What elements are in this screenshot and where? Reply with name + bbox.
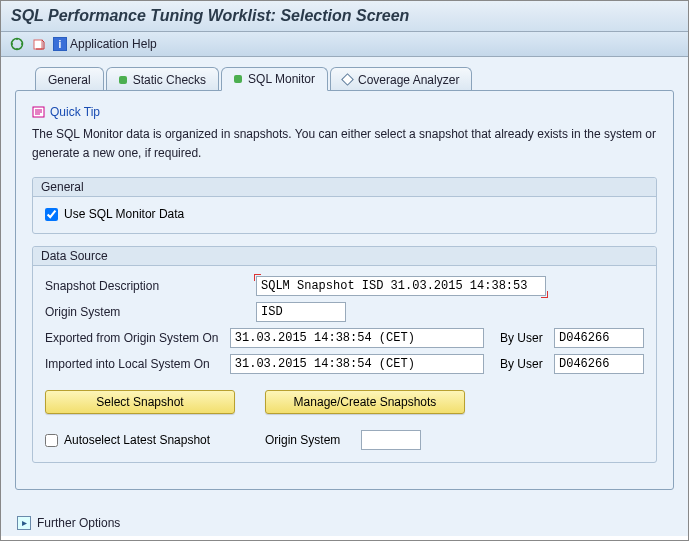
select-snapshot-button[interactable]: Select Snapshot xyxy=(45,390,235,414)
app-window: SQL Performance Tuning Worklist: Selecti… xyxy=(0,0,689,541)
exported-on-input xyxy=(230,328,484,348)
further-options-label: Further Options xyxy=(37,516,120,530)
tab-strip: General Static Checks SQL Monitor Covera… xyxy=(35,67,674,91)
tab-panel: Quick Tip The SQL Monitor data is organi… xyxy=(15,90,674,490)
app-toolbar: i Application Help xyxy=(1,32,688,57)
group-general: General Use SQL Monitor Data xyxy=(32,177,657,234)
snapshot-description-input[interactable] xyxy=(256,276,546,296)
group-general-title: General xyxy=(33,178,656,197)
quick-tip-link[interactable]: Quick Tip xyxy=(50,105,100,119)
status-icon xyxy=(119,76,127,84)
use-sql-monitor-checkbox[interactable] xyxy=(45,208,58,221)
imported-on-label: Imported into Local System On xyxy=(45,357,224,371)
imported-byuser-label: By User xyxy=(500,357,548,371)
diamond-icon xyxy=(341,73,354,86)
autoselect-label: Autoselect Latest Snapshot xyxy=(64,433,259,447)
imported-byuser-input xyxy=(554,354,644,374)
origin-system2-input[interactable] xyxy=(361,430,421,450)
origin-system2-label: Origin System xyxy=(265,433,355,447)
tab-static-checks[interactable]: Static Checks xyxy=(106,67,219,91)
tab-coverage-label: Coverage Analyzer xyxy=(358,73,459,87)
exported-byuser-input xyxy=(554,328,644,348)
content-area: General Static Checks SQL Monitor Covera… xyxy=(1,57,688,536)
application-help-label: Application Help xyxy=(70,37,157,51)
application-help-link[interactable]: i Application Help xyxy=(53,37,157,51)
group-data-source-title: Data Source xyxy=(33,247,656,266)
autoselect-checkbox[interactable] xyxy=(45,434,58,447)
tab-coverage-analyzer[interactable]: Coverage Analyzer xyxy=(330,67,472,91)
group-data-source: Data Source Snapshot Description Origin … xyxy=(32,246,657,463)
expand-icon: ▸ xyxy=(17,516,31,530)
exported-on-label: Exported from Origin System On xyxy=(45,331,224,345)
tab-general[interactable]: General xyxy=(35,67,104,91)
variant-icon[interactable] xyxy=(31,36,47,52)
svg-point-0 xyxy=(12,39,23,50)
quick-tip-icon[interactable] xyxy=(32,105,46,119)
tab-general-label: General xyxy=(48,73,91,87)
manage-snapshots-button[interactable]: Manage/Create Snapshots xyxy=(265,390,465,414)
quick-tip-row: Quick Tip xyxy=(32,105,657,119)
status-icon xyxy=(234,75,242,83)
imported-on-input xyxy=(230,354,484,374)
tab-sql-monitor-label: SQL Monitor xyxy=(248,72,315,86)
snapshot-description-label: Snapshot Description xyxy=(45,279,250,293)
quick-tip-text: The SQL Monitor data is organized in sna… xyxy=(32,125,657,163)
origin-system-input[interactable] xyxy=(256,302,346,322)
svg-rect-1 xyxy=(34,40,42,49)
exported-byuser-label: By User xyxy=(500,331,548,345)
tab-sql-monitor[interactable]: SQL Monitor xyxy=(221,67,328,91)
title-bar: SQL Performance Tuning Worklist: Selecti… xyxy=(1,1,688,32)
info-icon: i xyxy=(53,37,67,51)
use-sql-monitor-label: Use SQL Monitor Data xyxy=(64,207,184,221)
further-options-toggle[interactable]: ▸ Further Options xyxy=(17,516,120,530)
origin-system-label: Origin System xyxy=(45,305,250,319)
tab-static-checks-label: Static Checks xyxy=(133,73,206,87)
execute-icon[interactable] xyxy=(9,36,25,52)
page-title: SQL Performance Tuning Worklist: Selecti… xyxy=(11,7,678,25)
